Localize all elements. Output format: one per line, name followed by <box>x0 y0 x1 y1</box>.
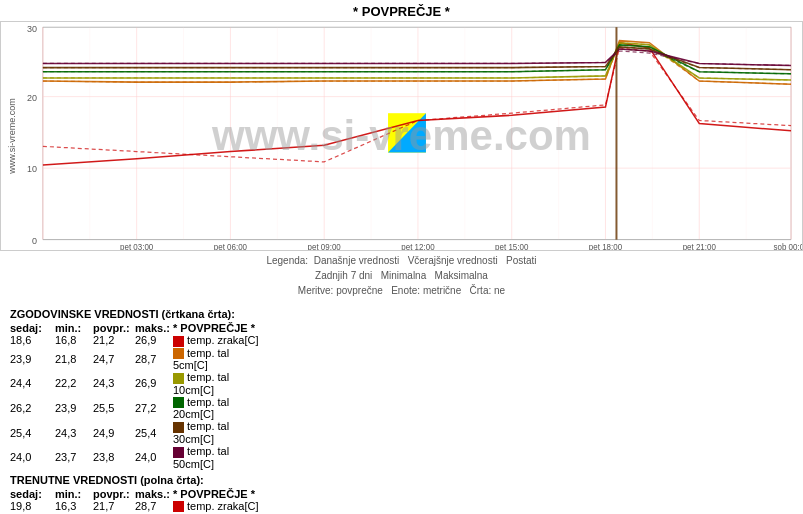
h-legend-0: temp. zraka[C] <box>173 334 263 347</box>
c-povpr-0: 21,7 <box>93 500 135 513</box>
hist-table: sedaj: min.: povpr.: maks.: * POVPREČJE … <box>10 322 263 470</box>
subtitle-line-1: Legenda: Današnje vrednosti Včerajšnje v… <box>0 253 803 268</box>
h-maks-0: 26,9 <box>135 334 173 347</box>
h-povpr-4: 24,9 <box>93 420 135 445</box>
h-legend-2: temp. tal 10cm[C] <box>173 371 263 396</box>
c-min-0: 16,3 <box>55 500 93 513</box>
h-min-5: 23,7 <box>55 445 93 470</box>
h-sedaj-4: 25,4 <box>10 420 55 445</box>
h-min-4: 24,3 <box>55 420 93 445</box>
h-legend-1: temp. tal 5cm[C] <box>173 347 263 372</box>
svg-text:pet 09:00: pet 09:00 <box>308 243 342 250</box>
table-row: 24,4 22,2 24,3 26,9 temp. tal 10cm[C] <box>10 371 263 396</box>
h-min-1: 21,8 <box>55 347 93 372</box>
h-legend-3: temp. tal 20cm[C] <box>173 396 263 421</box>
curr-col-povpr: povpr.: <box>93 488 135 500</box>
curr-legend-header: * POVPREČJE * <box>173 488 263 500</box>
h-povpr-1: 24,7 <box>93 347 135 372</box>
svg-text:30: 30 <box>27 24 37 34</box>
h-povpr-0: 21,2 <box>93 334 135 347</box>
svg-text:pet 03:00: pet 03:00 <box>120 243 154 250</box>
c-sedaj-0: 19,8 <box>10 500 55 513</box>
subtitle-line-3: Meritve: povprečne Enote: metrične Črta:… <box>0 283 803 298</box>
y-axis-label: www.si-vreme.com <box>7 98 17 174</box>
curr-col-maks: maks.: <box>135 488 173 500</box>
h-maks-3: 27,2 <box>135 396 173 421</box>
curr-col-sedaj: sedaj: <box>10 488 55 500</box>
hist-legend-header: * POVPREČJE * <box>173 322 263 334</box>
data-section: ZGODOVINSKE VREDNOSTI (črtkana črta): se… <box>0 300 803 514</box>
h-maks-2: 26,9 <box>135 371 173 396</box>
curr-table: sedaj: min.: povpr.: maks.: * POVPREČJE … <box>10 488 263 514</box>
table-row: 24,0 23,7 23,8 24,0 temp. tal 50cm[C] <box>10 445 263 470</box>
chart-area: www.si-vreme.com www.si-vreme.com <box>0 21 803 251</box>
h-maks-4: 25,4 <box>135 420 173 445</box>
svg-text:0: 0 <box>32 236 37 246</box>
svg-text:pet 12:00: pet 12:00 <box>401 243 435 250</box>
hist-col-povpr: povpr.: <box>93 322 135 334</box>
h-min-0: 16,8 <box>55 334 93 347</box>
tables-and-legend: sedaj: min.: povpr.: maks.: * POVPREČJE … <box>10 322 793 514</box>
chart-container: * POVPREČJE * www.si-vreme.com www.si-vr… <box>0 0 803 514</box>
svg-text:pet 18:00: pet 18:00 <box>589 243 623 250</box>
curr-header-row: sedaj: min.: povpr.: maks.: * POVPREČJE … <box>10 488 263 500</box>
chart-title: * POVPREČJE * <box>0 0 803 21</box>
tables-block: sedaj: min.: povpr.: maks.: * POVPREČJE … <box>10 322 793 514</box>
h-povpr-2: 24,3 <box>93 371 135 396</box>
hist-col-sedaj: sedaj: <box>10 322 55 334</box>
table-row: 26,2 23,9 25,5 27,2 temp. tal 20cm[C] <box>10 396 263 421</box>
table-row: 25,4 24,3 24,9 25,4 temp. tal 30cm[C] <box>10 420 263 445</box>
svg-text:pet 06:00: pet 06:00 <box>214 243 248 250</box>
h-povpr-5: 23,8 <box>93 445 135 470</box>
hist-col-min: min.: <box>55 322 93 334</box>
c-maks-0: 28,7 <box>135 500 173 513</box>
svg-text:20: 20 <box>27 93 37 103</box>
h-min-3: 23,9 <box>55 396 93 421</box>
table-row: 18,6 16,8 21,2 26,9 temp. zraka[C] <box>10 334 263 347</box>
h-sedaj-0: 18,6 <box>10 334 55 347</box>
h-maks-5: 24,0 <box>135 445 173 470</box>
h-sedaj-5: 24,0 <box>10 445 55 470</box>
h-sedaj-2: 24,4 <box>10 371 55 396</box>
hist-section-title: ZGODOVINSKE VREDNOSTI (črtkana črta): <box>10 308 793 320</box>
h-min-2: 22,2 <box>55 371 93 396</box>
hist-header-row: sedaj: min.: povpr.: maks.: * POVPREČJE … <box>10 322 263 334</box>
curr-col-min: min.: <box>55 488 93 500</box>
subtitle-area: Legenda: Današnje vrednosti Včerajšnje v… <box>0 251 803 300</box>
curr-section-title: TRENUTNE VREDNOSTI (polna črta): <box>10 474 793 486</box>
h-legend-5: temp. tal 50cm[C] <box>173 445 263 470</box>
chart-svg: 0 10 20 30 pet 03:00 pet 06:00 pet 09:00… <box>1 22 802 250</box>
h-sedaj-3: 26,2 <box>10 396 55 421</box>
table-row: 23,9 21,8 24,7 28,7 temp. tal 5cm[C] <box>10 347 263 372</box>
subtitle-line-2: Zadnjih 7 dni Minimalna Maksimalna <box>0 268 803 283</box>
h-maks-1: 28,7 <box>135 347 173 372</box>
h-legend-4: temp. tal 30cm[C] <box>173 420 263 445</box>
c-legend-0: temp. zraka[C] <box>173 500 263 513</box>
svg-text:pet 15:00: pet 15:00 <box>495 243 529 250</box>
hist-col-maks: maks.: <box>135 322 173 334</box>
svg-text:sob 00:00: sob 00:00 <box>774 243 802 250</box>
table-row: 19,8 16,3 21,7 28,7 temp. zraka[C] <box>10 500 263 513</box>
h-povpr-3: 25,5 <box>93 396 135 421</box>
h-sedaj-1: 23,9 <box>10 347 55 372</box>
svg-text:10: 10 <box>27 164 37 174</box>
svg-text:pet 21:00: pet 21:00 <box>683 243 717 250</box>
